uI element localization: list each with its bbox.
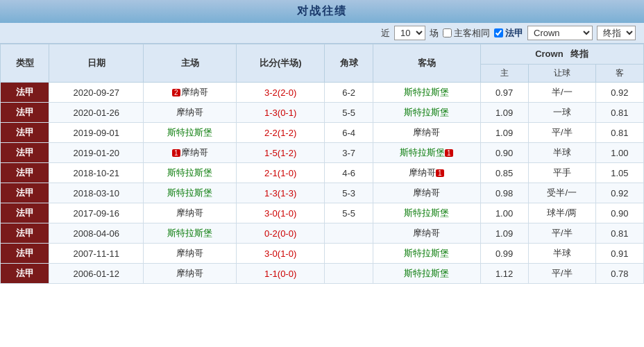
cell-date: 2019-01-20: [49, 143, 144, 163]
cell-main-odds: 1.09: [480, 223, 528, 244]
cell-away-odds: 1.00: [595, 143, 643, 163]
recent-select[interactable]: 10 5 15 20: [394, 26, 425, 40]
cell-main-odds: 0.99: [480, 244, 528, 264]
cell-home: 摩纳哥: [144, 103, 237, 123]
cell-home: 摩纳哥: [144, 244, 237, 264]
cell-away: 摩纳哥1: [373, 163, 480, 183]
table-row: 法甲2006-01-12摩纳哥1-1(0-0)斯特拉斯堡1.12平/半0.78: [1, 264, 644, 284]
cell-away-odds: 0.92: [595, 83, 643, 103]
cell-handicap: 球半/两: [528, 203, 595, 223]
cell-type: 法甲: [1, 223, 49, 244]
cell-handicap: 一球: [528, 103, 595, 123]
cell-handicap: 半球: [528, 143, 595, 163]
table-row: 法甲2018-10-21斯特拉斯堡2-1(1-0)4-6摩纳哥10.85平手1.…: [1, 163, 644, 183]
cell-corner: 6-4: [325, 123, 373, 143]
home-same-checkbox[interactable]: [443, 28, 452, 37]
cell-score: 1-3(1-3): [237, 183, 325, 203]
cell-home: 斯特拉斯堡: [144, 183, 237, 203]
cell-main-odds: 1.09: [480, 103, 528, 123]
table-container: 类型 日期 主场 比分(半场) 角球 客场 Crown 终指 主 让球 客 法甲…: [0, 44, 644, 284]
cell-away: 摩纳哥: [373, 223, 480, 244]
cell-type: 法甲: [1, 143, 49, 163]
cell-type: 法甲: [1, 244, 49, 264]
cell-away-odds: 0.78: [595, 264, 643, 284]
cell-main-odds: 0.97: [480, 83, 528, 103]
cell-away: 摩纳哥: [373, 183, 480, 203]
cell-type: 法甲: [1, 264, 49, 284]
cell-score: 1-3(0-1): [237, 103, 325, 123]
cell-type: 法甲: [1, 83, 49, 103]
cell-home: 斯特拉斯堡: [144, 123, 237, 143]
cell-away: 斯特拉斯堡: [373, 203, 480, 223]
cell-main-odds: 0.85: [480, 163, 528, 183]
cell-away: 斯特拉斯堡: [373, 83, 480, 103]
cell-main-odds: 0.98: [480, 183, 528, 203]
cell-away-odds: 0.91: [595, 244, 643, 264]
odds-type-select[interactable]: 终指 初指 即时: [597, 26, 636, 40]
table-row: 法甲2007-11-11摩纳哥3-0(1-0)斯特拉斯堡0.99半球0.91: [1, 244, 644, 264]
cell-away: 斯特拉斯堡: [373, 244, 480, 264]
cell-corner: 6-2: [325, 83, 373, 103]
cell-away-odds: 0.92: [595, 183, 643, 203]
cell-corner: 4-6: [325, 163, 373, 183]
page-title: 对战往绩: [0, 0, 644, 23]
cell-type: 法甲: [1, 183, 49, 203]
table-row: 法甲2019-09-01斯特拉斯堡2-2(1-2)6-4摩纳哥1.09平/半0.…: [1, 123, 644, 143]
cell-date: 2018-10-21: [49, 163, 144, 183]
cell-type: 法甲: [1, 203, 49, 223]
cell-type: 法甲: [1, 123, 49, 143]
cell-away: 斯特拉斯堡: [373, 264, 480, 284]
cell-main-odds: 1.09: [480, 123, 528, 143]
cell-away-odds: 0.81: [595, 223, 643, 244]
cell-score: 3-0(1-0): [237, 244, 325, 264]
cell-handicap: 平/半: [528, 264, 595, 284]
league-group: 法甲: [494, 27, 523, 40]
toolbar: 近 10 5 15 20 场 主客相同 法甲 Crown Bet365 Will…: [0, 23, 644, 44]
cell-away: 斯特拉斯堡1: [373, 143, 480, 163]
cell-date: 2008-04-06: [49, 223, 144, 244]
cell-main-odds: 1.12: [480, 264, 528, 284]
cell-corner: [325, 264, 373, 284]
league-checkbox[interactable]: [494, 28, 503, 37]
cell-score: 3-0(1-0): [237, 203, 325, 223]
games-label: 场: [430, 27, 439, 40]
cell-score: 0-2(0-0): [237, 223, 325, 244]
cell-away-odds: 0.81: [595, 123, 643, 143]
cell-away-odds: 1.05: [595, 163, 643, 183]
cell-corner: 5-3: [325, 183, 373, 203]
table-row: 法甲2017-09-16摩纳哥3-0(1-0)5-5斯特拉斯堡1.00球半/两0…: [1, 203, 644, 223]
cell-date: 2006-01-12: [49, 264, 144, 284]
cell-corner: 5-5: [325, 203, 373, 223]
home-same-label: 主客相同: [454, 27, 490, 40]
table-row: 法甲2020-01-26摩纳哥1-3(0-1)5-5斯特拉斯堡1.09一球0.8…: [1, 103, 644, 123]
cell-type: 法甲: [1, 103, 49, 123]
col-main-odds: 主: [480, 65, 528, 83]
cell-main-odds: 1.00: [480, 203, 528, 223]
cell-type: 法甲: [1, 163, 49, 183]
cell-handicap: 受半/一: [528, 183, 595, 203]
cell-handicap: 平/半: [528, 223, 595, 244]
cell-date: 2020-09-27: [49, 83, 144, 103]
col-corner: 角球: [325, 44, 373, 83]
cell-home: 摩纳哥: [144, 203, 237, 223]
cell-corner: [325, 244, 373, 264]
cell-score: 2-1(1-0): [237, 163, 325, 183]
col-away-odds: 客: [595, 65, 643, 83]
cell-away: 摩纳哥: [373, 123, 480, 143]
col-handicap: 让球: [528, 65, 595, 83]
recent-label: 近: [381, 27, 390, 40]
home-same-group: 主客相同: [443, 27, 490, 40]
cell-date: 2007-11-11: [49, 244, 144, 264]
cell-date: 2019-09-01: [49, 123, 144, 143]
stats-table: 类型 日期 主场 比分(半场) 角球 客场 Crown 终指 主 让球 客 法甲…: [0, 44, 644, 284]
cell-handicap: 平/半: [528, 123, 595, 143]
col-date: 日期: [49, 44, 144, 83]
col-home: 主场: [144, 44, 237, 83]
cell-date: 2017-09-16: [49, 203, 144, 223]
cell-score: 1-5(1-2): [237, 143, 325, 163]
cell-home: 摩纳哥: [144, 264, 237, 284]
col-away: 客场: [373, 44, 480, 83]
cell-handicap: 半球: [528, 244, 595, 264]
odds-provider-select[interactable]: Crown Bet365 William Hill: [527, 26, 593, 40]
cell-home: 1摩纳哥: [144, 143, 237, 163]
